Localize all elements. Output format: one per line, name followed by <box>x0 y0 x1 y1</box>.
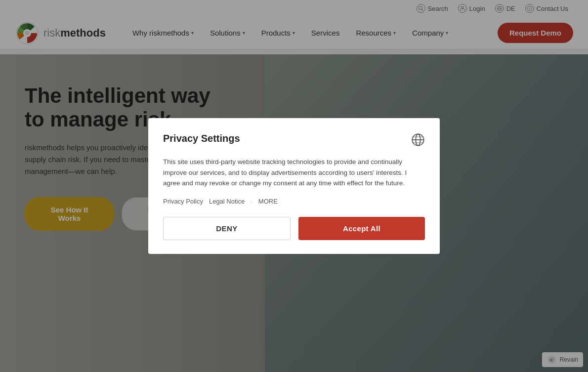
legal-notice-link[interactable]: Legal Notice <box>209 198 245 205</box>
deny-button[interactable]: DENY <box>163 217 291 240</box>
modal-links: Privacy Policy Legal Notice · MORE <box>163 198 425 205</box>
modal-header: Privacy Settings <box>163 133 425 149</box>
modal-body-text: This site uses third-party website track… <box>163 157 425 189</box>
accept-all-button[interactable]: Accept All <box>298 217 425 240</box>
modal-link-divider: · <box>251 198 252 205</box>
modal-title: Privacy Settings <box>163 133 240 144</box>
privacy-modal-overlay: Privacy Settings This site uses third-pa… <box>0 0 588 372</box>
globe-language-icon[interactable] <box>411 133 425 149</box>
more-link[interactable]: MORE <box>258 198 278 205</box>
privacy-policy-link[interactable]: Privacy Policy <box>163 198 203 205</box>
privacy-modal: Privacy Settings This site uses third-pa… <box>148 118 440 254</box>
modal-buttons: DENY Accept All <box>163 217 425 240</box>
